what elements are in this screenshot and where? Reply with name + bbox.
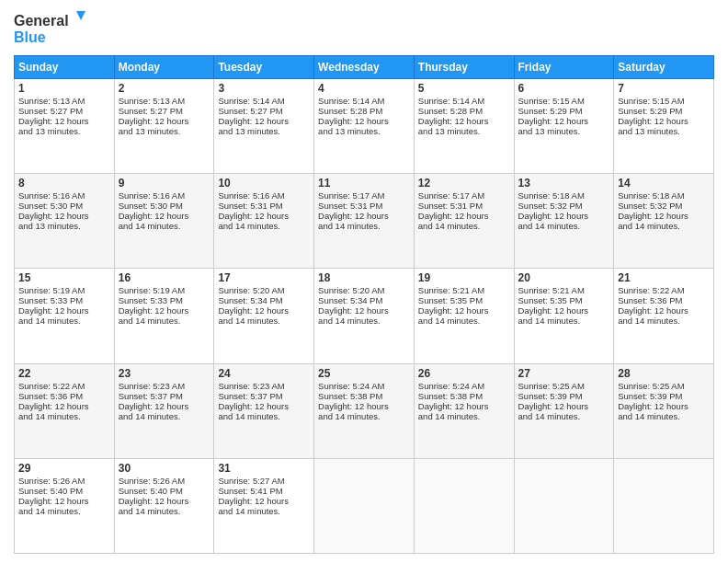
calendar-cell: 20Sunrise: 5:21 AMSunset: 5:35 PMDayligh… [514, 269, 614, 363]
day-info-line: Sunset: 5:31 PM [218, 201, 310, 211]
day-info-line: Sunrise: 5:20 AM [318, 285, 410, 295]
day-info-line: Daylight: 12 hours [18, 496, 110, 506]
day-info-line: and 14 minutes. [18, 316, 110, 326]
day-info-line: Daylight: 12 hours [418, 401, 510, 411]
day-number: 13 [518, 177, 610, 190]
day-info-line: Sunset: 5:32 PM [618, 201, 710, 211]
calendar-cell: 13Sunrise: 5:18 AMSunset: 5:32 PMDayligh… [514, 174, 614, 269]
calendar-week-1: 8Sunrise: 5:16 AMSunset: 5:30 PMDaylight… [15, 174, 714, 269]
day-number: 3 [218, 82, 310, 95]
day-info-line: Sunrise: 5:25 AM [618, 381, 710, 391]
day-info-line: Sunrise: 5:15 AM [518, 96, 610, 106]
logo-svg: GeneralBlue [14, 9, 87, 48]
day-number: 20 [518, 271, 610, 284]
calendar-cell [414, 458, 514, 553]
day-info-line: Sunset: 5:31 PM [418, 201, 510, 211]
calendar-week-3: 22Sunrise: 5:22 AMSunset: 5:36 PMDayligh… [15, 363, 714, 458]
calendar-header-saturday: Saturday [614, 56, 714, 79]
day-info-line: Sunset: 5:30 PM [18, 201, 110, 211]
calendar-cell: 7Sunrise: 5:15 AMSunset: 5:29 PMDaylight… [614, 79, 714, 174]
day-info-line: Sunset: 5:36 PM [18, 391, 110, 401]
day-info-line: Daylight: 12 hours [218, 305, 310, 316]
day-info-line: Sunrise: 5:16 AM [218, 190, 310, 201]
calendar-cell: 16Sunrise: 5:19 AMSunset: 5:33 PMDayligh… [114, 269, 214, 363]
day-info-line: Daylight: 12 hours [318, 211, 410, 221]
day-info-line: and 14 minutes. [618, 316, 710, 326]
day-info-line: Daylight: 12 hours [518, 211, 610, 221]
day-info-line: Sunrise: 5:13 AM [119, 96, 210, 106]
day-info-line: Daylight: 12 hours [218, 211, 310, 221]
day-info-line: Sunset: 5:27 PM [18, 106, 110, 116]
calendar-header-tuesday: Tuesday [214, 56, 314, 79]
day-info-line: Daylight: 12 hours [119, 116, 210, 126]
day-info-line: Sunrise: 5:14 AM [418, 96, 510, 106]
day-info-line: Sunrise: 5:21 AM [418, 285, 510, 295]
day-info-line: Daylight: 12 hours [418, 305, 510, 316]
day-info-line: and 14 minutes. [18, 411, 110, 421]
calendar-cell: 22Sunrise: 5:22 AMSunset: 5:36 PMDayligh… [15, 363, 115, 458]
day-info-line: Daylight: 12 hours [318, 116, 410, 126]
day-info-line: and 13 minutes. [18, 126, 110, 136]
calendar-cell: 3Sunrise: 5:14 AMSunset: 5:27 PMDaylight… [214, 79, 314, 174]
day-info-line: and 14 minutes. [218, 411, 310, 421]
day-info-line: Sunrise: 5:16 AM [119, 190, 210, 201]
day-info-line: Sunset: 5:28 PM [418, 106, 510, 116]
day-number: 26 [418, 367, 510, 380]
calendar-cell [514, 458, 614, 553]
day-info-line: and 14 minutes. [418, 411, 510, 421]
day-info-line: Sunrise: 5:24 AM [318, 381, 410, 391]
day-number: 6 [518, 82, 610, 95]
calendar-header-sunday: Sunday [15, 56, 115, 79]
day-number: 31 [218, 462, 310, 475]
day-info-line: Sunset: 5:39 PM [518, 391, 610, 401]
day-number: 10 [218, 177, 310, 190]
day-number: 17 [218, 271, 310, 284]
day-info-line: Daylight: 12 hours [18, 116, 110, 126]
day-number: 19 [418, 271, 510, 284]
day-info-line: Sunrise: 5:26 AM [119, 476, 210, 486]
day-info-line: Daylight: 12 hours [18, 305, 110, 316]
day-info-line: Daylight: 12 hours [119, 401, 210, 411]
day-info-line: and 14 minutes. [318, 221, 410, 231]
day-info-line: Sunset: 5:34 PM [318, 295, 410, 305]
day-info-line: Sunset: 5:40 PM [119, 486, 210, 496]
logo: GeneralBlue [14, 9, 87, 48]
day-info-line: Sunrise: 5:15 AM [618, 96, 710, 106]
day-info-line: and 14 minutes. [418, 221, 510, 231]
calendar-cell: 4Sunrise: 5:14 AMSunset: 5:28 PMDaylight… [314, 79, 415, 174]
day-info-line: Sunset: 5:39 PM [618, 391, 710, 401]
day-number: 2 [119, 82, 210, 95]
day-info-line: and 13 minutes. [218, 126, 310, 136]
day-info-line: Sunset: 5:38 PM [318, 391, 410, 401]
day-info-line: Sunrise: 5:19 AM [119, 285, 210, 295]
day-info-line: Sunrise: 5:14 AM [318, 96, 410, 106]
calendar-cell: 14Sunrise: 5:18 AMSunset: 5:32 PMDayligh… [614, 174, 714, 269]
day-info-line: Daylight: 12 hours [518, 401, 610, 411]
calendar-week-4: 29Sunrise: 5:26 AMSunset: 5:40 PMDayligh… [15, 458, 714, 553]
calendar-week-0: 1Sunrise: 5:13 AMSunset: 5:27 PMDaylight… [15, 79, 714, 174]
calendar-cell: 23Sunrise: 5:23 AMSunset: 5:37 PMDayligh… [114, 363, 214, 458]
day-info-line: Sunrise: 5:26 AM [18, 476, 110, 486]
day-info-line: Sunrise: 5:22 AM [18, 381, 110, 391]
day-info-line: Daylight: 12 hours [418, 211, 510, 221]
page: GeneralBlue SundayMondayTuesdayWednesday… [0, 0, 728, 563]
day-info-line: Sunrise: 5:13 AM [18, 96, 110, 106]
calendar-cell: 21Sunrise: 5:22 AMSunset: 5:36 PMDayligh… [614, 269, 714, 363]
day-info-line: Daylight: 12 hours [618, 305, 710, 316]
svg-marker-1 [76, 11, 85, 20]
day-number: 5 [418, 82, 510, 95]
day-info-line: and 14 minutes. [318, 316, 410, 326]
day-info-line: and 14 minutes. [218, 316, 310, 326]
day-info-line: Sunset: 5:37 PM [119, 391, 210, 401]
day-info-line: Sunrise: 5:21 AM [518, 285, 610, 295]
day-info-line: Sunrise: 5:23 AM [218, 381, 310, 391]
calendar-cell: 17Sunrise: 5:20 AMSunset: 5:34 PMDayligh… [214, 269, 314, 363]
day-info-line: Daylight: 12 hours [318, 401, 410, 411]
calendar-cell: 9Sunrise: 5:16 AMSunset: 5:30 PMDaylight… [114, 174, 214, 269]
day-number: 11 [318, 177, 410, 190]
day-info-line: Sunrise: 5:17 AM [318, 190, 410, 201]
day-number: 16 [119, 271, 210, 284]
day-info-line: and 14 minutes. [119, 506, 210, 516]
day-info-line: Sunset: 5:29 PM [618, 106, 710, 116]
day-info-line: Sunset: 5:33 PM [18, 295, 110, 305]
